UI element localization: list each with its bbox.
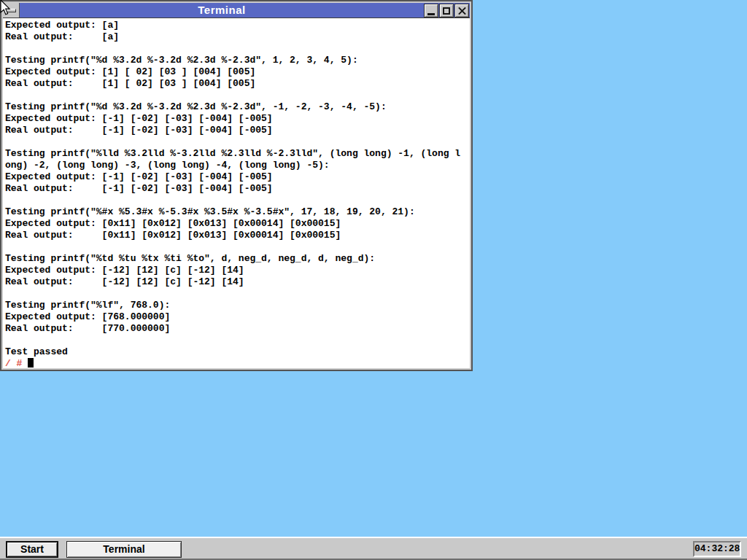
minimize-icon	[427, 13, 435, 15]
terminal-screen[interactable]: Expected output: [a] Real output: [a] Te…	[3, 18, 470, 368]
taskbar: Start Terminal 04:32:28	[0, 537, 747, 560]
prompt-line: / #	[5, 358, 470, 368]
titlebar[interactable]: Terminal	[3, 3, 470, 18]
window-title: Terminal	[20, 3, 424, 18]
taskbar-clock: 04:32:28	[693, 541, 741, 557]
terminal-output: Expected output: [a] Real output: [a] Te…	[5, 20, 470, 358]
start-button[interactable]: Start	[6, 541, 58, 558]
terminal-window: Terminal Expected output: [a] Real outpu…	[1, 1, 471, 370]
minimize-button[interactable]	[424, 4, 438, 18]
close-button[interactable]	[454, 4, 469, 18]
maximize-button[interactable]	[439, 4, 454, 18]
shell-prompt: / #	[5, 358, 22, 368]
taskbar-window-button[interactable]: Terminal	[66, 541, 182, 558]
text-cursor	[28, 358, 34, 368]
close-icon	[458, 7, 466, 15]
titlebar-buttons	[424, 3, 470, 18]
maximize-icon	[443, 7, 450, 15]
mouse-cursor-icon	[0, 0, 12, 18]
desktop: { "desktop": { "bg_color": "#85CBFA" }, …	[0, 0, 747, 560]
